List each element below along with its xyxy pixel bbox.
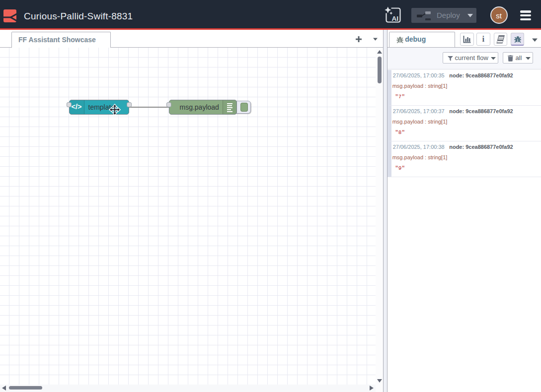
svg-text:AI: AI	[392, 15, 399, 22]
